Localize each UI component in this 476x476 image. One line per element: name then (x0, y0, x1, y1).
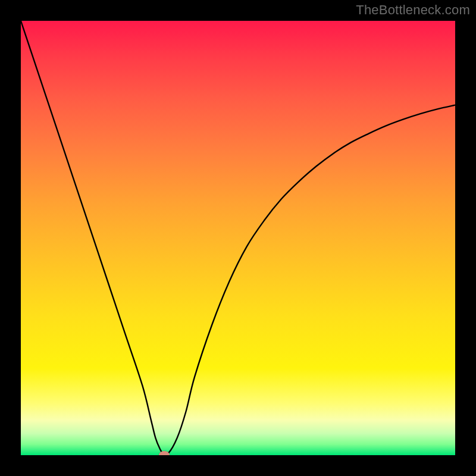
minimum-marker (159, 451, 170, 455)
bottleneck-curve (21, 21, 455, 455)
watermark-text: TheBottleneck.com (356, 2, 470, 18)
plot-area (21, 21, 455, 455)
chart-frame: TheBottleneck.com (0, 0, 476, 476)
